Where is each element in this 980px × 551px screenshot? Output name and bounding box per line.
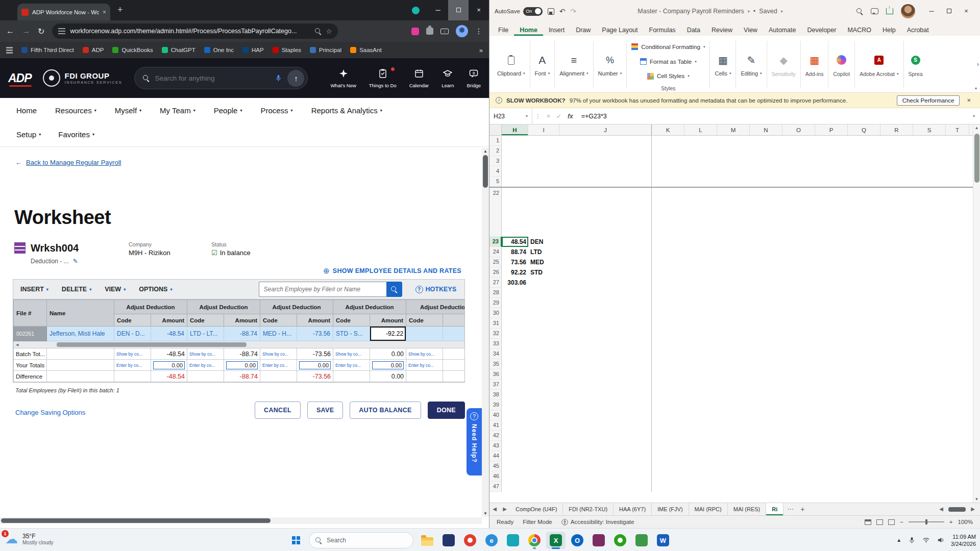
cell-R47[interactable] (880, 482, 913, 492)
cell-H25[interactable]: 73.56 (502, 257, 528, 267)
table-horizontal-scrollbar[interactable]: ◀▶ (14, 341, 465, 348)
cell-H36[interactable] (502, 369, 528, 380)
change-saving-options-link[interactable]: Change Saving Options (15, 409, 85, 416)
cell-Q44[interactable] (848, 451, 880, 461)
cell-J41[interactable] (559, 420, 652, 431)
row-header-30[interactable]: 30 (489, 308, 502, 318)
cell-O26[interactable] (782, 267, 815, 278)
cell-J34[interactable] (559, 349, 652, 359)
cell-I31[interactable] (528, 318, 559, 329)
cell-R37[interactable] (880, 380, 913, 390)
cell-S28[interactable] (913, 288, 946, 298)
cell-L36[interactable] (684, 369, 717, 380)
cell-M43[interactable] (717, 441, 750, 451)
quicklink-learn[interactable]: Learn (442, 68, 454, 88)
cell-T43[interactable] (946, 441, 969, 451)
cell-I29[interactable] (528, 298, 559, 308)
cell-S36[interactable] (913, 369, 946, 380)
cell-N40[interactable] (750, 410, 782, 420)
your-total-input[interactable]: 0.00 (226, 361, 258, 369)
cell-Q42[interactable] (848, 431, 880, 441)
cell-L45[interactable] (684, 461, 717, 471)
start-button[interactable] (287, 532, 305, 548)
row-header-31[interactable]: 31 (489, 318, 502, 329)
ribbon-tab-home[interactable]: Home (514, 24, 543, 36)
column-header-M[interactable]: M (717, 124, 750, 135)
your-total-input[interactable]: 0.00 (372, 361, 404, 369)
cell-Q47[interactable] (848, 482, 880, 492)
cell-O31[interactable] (782, 318, 815, 329)
cell-M28[interactable] (717, 288, 750, 298)
cell-N22[interactable] (750, 188, 782, 237)
cell-K40[interactable] (652, 410, 684, 420)
page-break-view-icon[interactable] (888, 519, 895, 525)
weather-widget[interactable]: ☁1 35°F Mostly cloudy (5, 531, 54, 546)
column-header-S[interactable]: S (913, 124, 946, 135)
expand-formula-bar-icon[interactable]: ▾ (973, 114, 980, 118)
cell-M41[interactable] (717, 420, 750, 431)
sheet-more-icon[interactable]: ⋯ (783, 503, 797, 515)
cell-T5[interactable] (946, 177, 969, 187)
cell-L47[interactable] (684, 482, 717, 492)
cell-I47[interactable] (528, 482, 559, 492)
your-total-cell[interactable]: 0.00 (224, 360, 260, 371)
app-teal-icon[interactable] (503, 532, 523, 549)
sheet-tab-mai-rpc[interactable]: MAI (RPC) (689, 503, 728, 515)
outlook-icon[interactable]: O (568, 532, 587, 549)
cell-Q26[interactable] (848, 267, 880, 278)
nav-reports-analytics[interactable]: Reports & Analytics▾ (311, 106, 382, 115)
cell-Q5[interactable] (848, 177, 880, 187)
scroll-left-icon[interactable]: ◀ (14, 343, 20, 347)
cell-H45[interactable] (502, 461, 528, 471)
ribbon-tab-draw[interactable]: Draw (570, 24, 596, 36)
ribbon-group-font[interactable]: A Font▾ (530, 38, 555, 91)
row-header-24[interactable]: 24 (489, 247, 502, 257)
cell-M42[interactable] (717, 431, 750, 441)
cell-Q29[interactable] (848, 298, 880, 308)
cell-T35[interactable] (946, 359, 969, 369)
cell-L46[interactable] (684, 471, 717, 482)
row-header-44[interactable]: 44 (489, 451, 502, 461)
cell-M36[interactable] (717, 369, 750, 380)
column-header-I[interactable]: I (528, 124, 559, 135)
column-header-amount[interactable]: Amount (370, 314, 406, 327)
cell-J40[interactable] (559, 410, 652, 420)
cell-J33[interactable] (559, 339, 652, 349)
edge-icon[interactable]: e (482, 532, 501, 549)
ribbon-group-alignment[interactable]: ≡ Alignment▾ (555, 38, 593, 91)
cell-K39[interactable] (652, 400, 684, 410)
show-by-code-link[interactable]: Show by co... (333, 348, 370, 360)
cell-O32[interactable] (782, 329, 815, 339)
auto-balance-button[interactable]: AUTO BALANCE (350, 402, 421, 419)
cell-O27[interactable] (782, 278, 815, 288)
sheet-tab-ime-fjv[interactable]: IME (FJV) (652, 503, 689, 515)
cell-S27[interactable] (913, 278, 946, 288)
forward-icon[interactable]: → (22, 27, 30, 36)
cell-Q37[interactable] (848, 380, 880, 390)
cell-R40[interactable] (880, 410, 913, 420)
menu-options[interactable]: OPTIONS▾ (139, 286, 172, 293)
cell-H31[interactable] (502, 318, 528, 329)
bookmarks-overflow-icon[interactable]: » (479, 46, 483, 54)
cell-J35[interactable] (559, 359, 652, 369)
cell-N42[interactable] (750, 431, 782, 441)
column-header-K[interactable]: K (652, 124, 684, 135)
cell-R28[interactable] (880, 288, 913, 298)
cell-T36[interactable] (946, 369, 969, 380)
cell-P28[interactable] (815, 288, 848, 298)
name-box[interactable]: H23▾ (489, 108, 532, 124)
your-total-input[interactable]: 0.00 (153, 361, 185, 369)
cell-M34[interactable] (717, 349, 750, 359)
need-help-tab[interactable]: ? Need Help? (467, 408, 482, 475)
browser-horizontal-scrollbar[interactable] (0, 517, 482, 524)
save-button[interactable]: SAVE (307, 402, 343, 419)
cell-Q32[interactable] (848, 329, 880, 339)
cell-S3[interactable] (913, 156, 946, 166)
cell-O2[interactable] (782, 146, 815, 156)
ribbon-tab-help[interactable]: Help (877, 24, 901, 36)
cell-R29[interactable] (880, 298, 913, 308)
cell-S26[interactable] (913, 267, 946, 278)
nav-setup[interactable]: Setup▾ (16, 130, 41, 139)
user-avatar[interactable] (901, 4, 915, 18)
taskbar-search[interactable]: Search (309, 532, 413, 548)
